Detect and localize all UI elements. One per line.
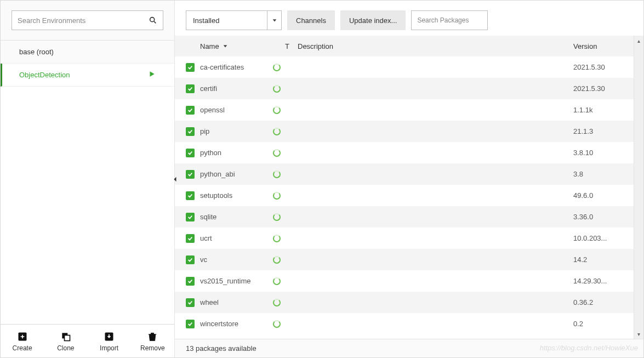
row-check[interactable] <box>186 170 200 179</box>
chevron-down-icon <box>267 11 281 30</box>
table-row[interactable]: ucrt10.0.203... <box>175 228 634 249</box>
channels-button[interactable]: Channels <box>287 10 335 30</box>
clone-button[interactable]: Clone <box>44 325 87 357</box>
table-row[interactable]: vs2015_runtime14.29.30... <box>175 270 634 292</box>
row-name: pip <box>200 127 266 135</box>
table-row[interactable]: openssl1.1.1k <box>175 99 634 121</box>
row-check[interactable] <box>186 277 200 286</box>
search-icon <box>149 16 157 25</box>
table-row[interactable]: ca-certificates2021.5.30 <box>175 56 634 78</box>
spinner-icon <box>273 128 281 135</box>
table-row[interactable]: pip21.1.3 <box>175 121 634 142</box>
update-index-button[interactable]: Update index... <box>340 10 406 30</box>
row-name: python <box>200 149 266 157</box>
action-label: Remove <box>140 344 165 352</box>
row-check[interactable] <box>186 255 200 264</box>
spinner-icon <box>273 235 281 242</box>
row-version: 2021.5.30 <box>573 63 634 71</box>
table-row[interactable]: wincertstore0.2 <box>175 313 634 334</box>
filter-value: Installed <box>186 16 267 25</box>
row-name: vs2015_runtime <box>200 277 266 285</box>
row-name: python_abi <box>200 170 266 178</box>
trash-icon <box>147 331 158 342</box>
row-version: 21.1.3 <box>573 127 634 135</box>
env-search-box[interactable] <box>12 10 163 30</box>
play-icon[interactable] <box>148 70 156 79</box>
table-row[interactable]: certifi2021.5.30 <box>175 78 634 99</box>
table-body: ca-certificates2021.5.30certifi2021.5.30… <box>175 56 634 334</box>
checkbox-icon <box>186 191 195 200</box>
table-row[interactable]: python_abi3.8 <box>175 163 634 185</box>
plus-square-icon <box>17 331 28 342</box>
action-label: Create <box>13 344 32 352</box>
row-version: 14.2 <box>573 255 634 264</box>
table-row[interactable]: sqlite3.36.0 <box>175 206 634 228</box>
col-t[interactable]: T <box>280 42 294 50</box>
col-name[interactable]: Name <box>200 42 280 50</box>
scroll-down-icon[interactable]: ▾ <box>634 329 643 339</box>
row-check[interactable] <box>186 320 200 328</box>
row-version: 0.2 <box>573 320 634 328</box>
collapse-sidebar-toggle[interactable] <box>171 172 179 187</box>
spinner-icon <box>273 149 281 157</box>
env-item-base[interactable]: base (root) <box>1 41 174 64</box>
chevron-left-icon <box>173 177 177 182</box>
row-name: sqlite <box>200 213 266 221</box>
table-row[interactable]: vc14.2 <box>175 249 634 270</box>
checkbox-icon <box>186 298 195 307</box>
checkbox-icon <box>186 320 195 328</box>
row-version: 3.8 <box>573 170 634 178</box>
main-panel: Installed Channels Update index... Name <box>175 1 643 357</box>
import-button[interactable]: Import <box>88 325 131 357</box>
env-item-label: ObjectDetection <box>19 71 70 79</box>
col-name-label: Name <box>200 42 219 50</box>
spinner-icon <box>273 213 281 221</box>
row-version: 3.8.10 <box>573 149 634 157</box>
import-icon <box>104 331 115 342</box>
row-check[interactable] <box>186 298 200 307</box>
row-version: 49.6.0 <box>573 191 634 200</box>
row-loading <box>266 85 288 93</box>
row-check[interactable] <box>186 149 200 157</box>
row-check[interactable] <box>186 106 200 115</box>
table-header: Name T Description Version <box>175 36 634 56</box>
remove-button[interactable]: Remove <box>131 325 174 357</box>
sidebar-actions: Create Clone Import Remove <box>1 324 174 357</box>
row-check[interactable] <box>186 84 200 93</box>
row-check[interactable] <box>186 191 200 200</box>
checkbox-icon <box>186 63 195 72</box>
row-check[interactable] <box>186 213 200 221</box>
row-version: 14.29.30... <box>573 277 634 285</box>
create-button[interactable]: Create <box>1 325 44 357</box>
svg-marker-11 <box>223 45 227 47</box>
scroll-up-icon[interactable]: ▴ <box>634 36 643 46</box>
app-window: base (root) ObjectDetection Create Clone… <box>0 0 644 358</box>
scrollbar[interactable]: ▴ ▾ <box>634 36 643 339</box>
col-description[interactable]: Description <box>294 42 573 50</box>
row-loading <box>266 106 288 114</box>
row-check[interactable] <box>186 234 200 243</box>
svg-marker-7 <box>174 177 176 181</box>
filter-select[interactable]: Installed <box>186 10 282 30</box>
package-search-input[interactable] <box>417 16 499 24</box>
row-name: certifi <box>200 84 266 93</box>
spinner-icon <box>273 171 281 178</box>
env-search-input[interactable] <box>18 16 149 25</box>
table-row[interactable]: python3.8.10 <box>175 142 634 163</box>
table-row[interactable]: setuptools49.6.0 <box>175 185 634 206</box>
svg-marker-8 <box>272 19 276 21</box>
row-check[interactable] <box>186 63 200 72</box>
table-row[interactable]: wheel0.36.2 <box>175 292 634 313</box>
row-version: 3.36.0 <box>573 213 634 221</box>
spinner-icon <box>273 299 281 306</box>
row-loading <box>266 256 288 264</box>
spinner-icon <box>273 85 281 93</box>
row-name: ca-certificates <box>200 63 266 71</box>
col-version[interactable]: Version <box>573 42 634 50</box>
status-bar: 13 packages available <box>175 339 643 357</box>
env-item-objectdetection[interactable]: ObjectDetection <box>1 64 174 87</box>
status-text: 13 packages available <box>186 344 257 353</box>
row-loading <box>266 128 288 135</box>
package-search-box[interactable] <box>411 10 488 30</box>
row-check[interactable] <box>186 127 200 136</box>
